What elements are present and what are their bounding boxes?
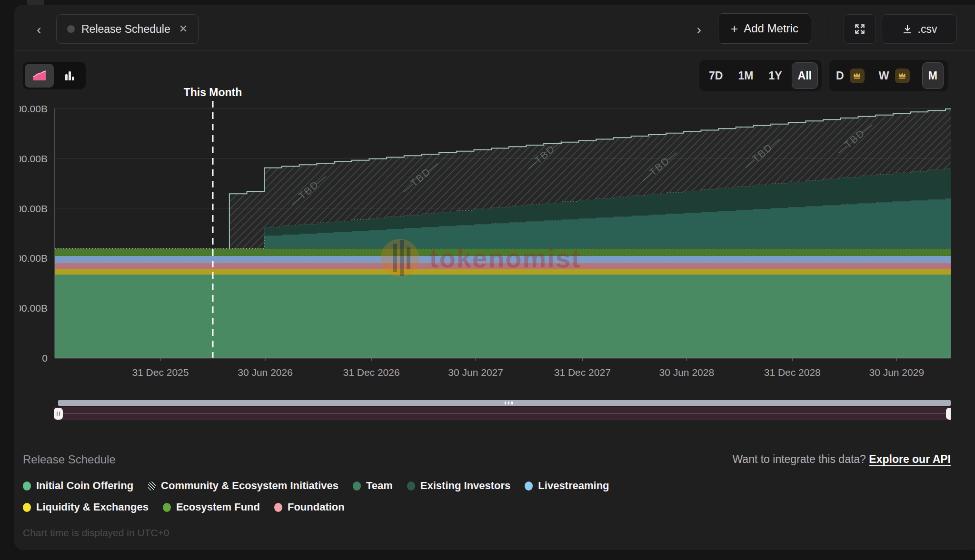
x-tick-label: 30 Jun 2026 — [238, 367, 293, 378]
navigator-midline — [54, 413, 951, 414]
legend-label: Ecosystem Fund — [176, 501, 260, 513]
scrollbar-grip-dots — [505, 402, 513, 404]
fullscreen-button[interactable] — [844, 14, 876, 44]
y-tick-label: 500.00B — [14, 103, 48, 114]
x-tick-label: 30 Jun 2027 — [448, 367, 503, 378]
forward-chevron-button[interactable]: › — [689, 19, 708, 40]
y-axis-labels: 0100.00B200.00B300.00B400.00B500.00B — [14, 103, 48, 364]
legend-item[interactable]: Community & Ecosystem Initiatives — [148, 480, 338, 492]
add-metric-label: Add Metric — [744, 22, 798, 35]
legend-color-swatch — [23, 481, 31, 491]
legend-color-swatch — [23, 503, 31, 512]
back-chevron-button[interactable]: ‹ — [30, 19, 49, 40]
explore-api-link[interactable]: Explore our API — [869, 453, 951, 465]
watermark: tokenomist — [381, 239, 581, 277]
legend-label: Existing Investors — [420, 480, 511, 492]
legend-label: Team — [366, 480, 393, 492]
download-icon — [902, 23, 913, 35]
legend-label: Foundation — [288, 501, 345, 513]
x-tick-label: 31 Dec 2027 — [554, 367, 611, 378]
legend-item[interactable]: Initial Coin Offering — [23, 480, 133, 492]
tab-close-icon[interactable]: ✕ — [177, 23, 188, 35]
x-tick-label: 31 Dec 2026 — [343, 367, 400, 378]
y-tick-label: 400.00B — [14, 153, 48, 164]
legend-item[interactable]: Liquidity & Exchanges — [23, 501, 149, 513]
chart-card: ‹ Release Schedule ✕ › + Add Metric — [14, 5, 975, 550]
x-tick-label: 30 Jun 2029 — [869, 367, 924, 378]
y-tick-label: 100.00B — [14, 303, 48, 314]
y-tick-label: 300.00B — [14, 203, 48, 214]
legend-item[interactable]: Existing Investors — [407, 480, 511, 492]
legend-row-2: Liquidity & ExchangesEcosystem FundFound… — [23, 501, 345, 513]
plus-icon: + — [731, 21, 738, 36]
api-callout: Want to integrate this data? Explore our… — [732, 453, 951, 466]
legend-item[interactable]: Foundation — [274, 501, 345, 513]
legend-label: Livestreaming — [538, 480, 609, 492]
navigator-right-handle[interactable] — [946, 408, 951, 420]
series-area-initial-coin-offering — [55, 275, 951, 358]
tab-release-schedule[interactable]: Release Schedule ✕ — [56, 14, 199, 44]
card-header: ‹ Release Schedule ✕ › + Add Metric — [14, 5, 975, 50]
range-navigator-strip[interactable] — [54, 407, 951, 420]
tab-label: Release Schedule — [81, 23, 170, 36]
legend-item[interactable]: Team — [353, 480, 393, 492]
legend-color-swatch — [163, 503, 171, 512]
legend-item[interactable]: Livestreaming — [525, 480, 609, 492]
this-month-label: This Month — [184, 86, 242, 98]
legend-color-swatch — [353, 481, 361, 491]
timezone-footnote: Chart time is displayed in UTC+0 — [23, 527, 169, 539]
download-csv-button[interactable]: .csv — [882, 14, 957, 44]
release-schedule-chart[interactable]: tokenomistTBDTBDTBDTBDTBDTBDThis Month31… — [14, 76, 975, 390]
legend-color-swatch — [274, 503, 282, 512]
legend-color-swatch — [525, 481, 533, 491]
chart-scrollbar[interactable] — [58, 400, 951, 406]
y-tick-label: 0 — [42, 353, 48, 364]
x-tick-label: 30 Jun 2028 — [659, 367, 715, 378]
tab-status-dot — [67, 25, 75, 33]
add-metric-button[interactable]: + Add Metric — [718, 13, 811, 44]
legend-label: Community & Ecosystem Initiatives — [161, 480, 338, 492]
chart-footer-title: Release Schedule — [23, 453, 116, 466]
legend-row-1: Initial Coin OfferingCommunity & Ecosyst… — [23, 480, 609, 492]
header-divider-vertical — [832, 15, 832, 42]
x-tick-label: 31 Dec 2025 — [132, 367, 189, 378]
api-prompt: Want to integrate this data? — [732, 453, 866, 465]
legend-hatch-swatch — [148, 481, 156, 491]
page-background: ‹ Release Schedule ✕ › + Add Metric — [0, 0, 975, 560]
legend-color-swatch — [407, 481, 415, 491]
legend-label: Liquidity & Exchanges — [36, 501, 149, 513]
header-divider — [14, 50, 975, 51]
navigator-left-handle[interactable] — [54, 408, 63, 420]
csv-label: .csv — [918, 23, 937, 36]
y-tick-label: 200.00B — [14, 253, 48, 264]
expand-icon — [854, 23, 866, 35]
x-tick-label: 31 Dec 2028 — [764, 367, 821, 378]
legend-label: Initial Coin Offering — [36, 480, 133, 492]
legend-item[interactable]: Ecosystem Fund — [163, 501, 260, 513]
watermark-text: tokenomist — [429, 243, 581, 273]
